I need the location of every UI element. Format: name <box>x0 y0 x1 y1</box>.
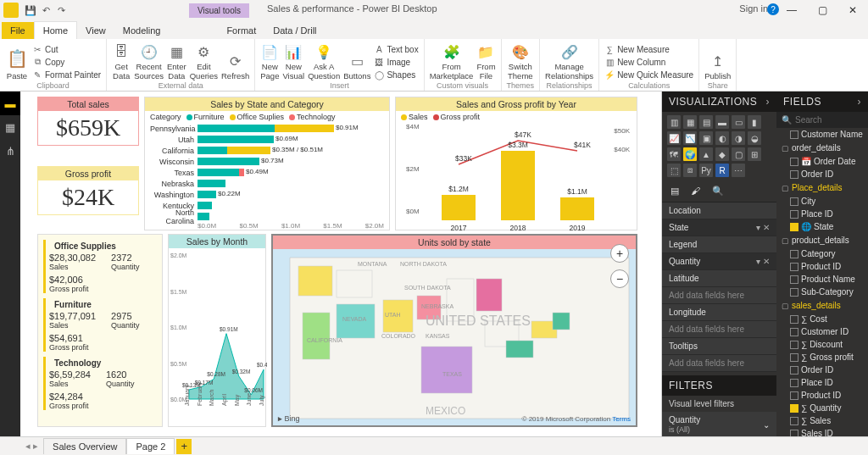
viz-type-icon[interactable]: ▥ <box>667 115 681 129</box>
tab-home[interactable]: Home <box>34 21 77 39</box>
app-logo <box>3 3 19 18</box>
enter-data-button[interactable]: ▦Enter Data <box>167 42 186 80</box>
shapes-button[interactable]: ◯Shapes <box>374 69 418 80</box>
svg-text:$0.28M: $0.28M <box>207 371 225 377</box>
buttons-icon: ▭ <box>348 52 366 70</box>
svg-text:$0.5M: $0.5M <box>170 361 187 367</box>
refresh-button[interactable]: ⟳Refresh <box>221 52 249 80</box>
text-box-button[interactable]: AText box <box>374 43 418 55</box>
fields-tab-icon[interactable]: ▤ <box>670 186 679 197</box>
us-map: UNITED STATES MEXICO MONTANA NORTH DAKOT… <box>273 249 637 427</box>
total-sales-card[interactable]: Total sales $659K <box>37 97 139 146</box>
new-visual-button[interactable]: 📊New Visual <box>282 42 304 80</box>
gross-profit-card[interactable]: Gross profit $24K <box>37 166 139 215</box>
new-quick-button[interactable]: ⚡New Quick Measure <box>604 69 693 80</box>
recent-icon: 🕘 <box>140 42 159 61</box>
longitude-drop[interactable]: Add data fields here <box>662 321 776 337</box>
svg-text:KANSAS: KANSAS <box>426 333 450 339</box>
brush-icon: ✎ <box>32 69 42 80</box>
switch-theme-button[interactable]: 🎨Switch Theme <box>508 42 533 80</box>
category-cards[interactable]: Office Supplies $28,30,082Sales2372Quant… <box>37 234 163 427</box>
collapse-viz-icon[interactable]: › <box>766 96 771 108</box>
report-view-icon[interactable]: ▬ <box>0 92 20 115</box>
table-order-details[interactable]: ▢order_details <box>782 141 868 155</box>
fields-search-input[interactable] <box>795 115 854 125</box>
minimize-icon[interactable]: — <box>776 0 807 20</box>
undo-icon[interactable]: ↶ <box>41 5 51 15</box>
editq-icon: ⚙ <box>194 42 213 61</box>
from-file-button[interactable]: 📁From File <box>476 42 495 80</box>
svg-rect-20 <box>298 266 332 296</box>
analytics-tab-icon[interactable]: 🔍 <box>712 186 724 197</box>
terms-link[interactable]: Terms <box>612 415 631 423</box>
svg-text:NORTH DAKOTA: NORTH DAKOTA <box>400 261 447 267</box>
month-chart[interactable]: Sales by Month $0.0M$0.5M$1.0M$1.5M$2.0M… <box>168 234 266 427</box>
newvisual-icon: 📊 <box>284 42 303 61</box>
svg-rect-32 <box>553 313 570 330</box>
data-view-icon[interactable]: ▦ <box>0 115 20 139</box>
model-view-icon[interactable]: ⋔ <box>0 139 20 163</box>
gross-profit-value: $24K <box>38 180 138 214</box>
zoom-in-icon[interactable]: + <box>610 244 629 263</box>
tab-format[interactable]: Format <box>218 22 264 39</box>
redo-icon[interactable]: ↷ <box>56 5 66 15</box>
latitude-drop[interactable]: Add data fields here <box>662 287 776 303</box>
state-category-chart[interactable]: Sales by State and Category Category Fur… <box>144 97 390 230</box>
image-button[interactable]: 🖼Image <box>374 56 418 68</box>
map-visual[interactable]: Units sold by state UNITED STATES <box>271 234 637 427</box>
save-icon[interactable]: 💾 <box>25 5 36 15</box>
year-chart[interactable]: Sales and Gross profit by Year Sales Gro… <box>395 97 637 230</box>
table-place-details[interactable]: ▢Place_details <box>782 180 868 195</box>
tab-data-drill[interactable]: Data / Drill <box>264 22 325 39</box>
manage-rel-button[interactable]: 🔗Manage Relationships <box>545 42 593 80</box>
bar-row: Nebraska <box>150 178 384 189</box>
bar-row: North Carolina <box>150 211 384 222</box>
month-area: $0.0M$0.5M$1.0M$1.5M$2.0MJanuaryFebruary… <box>169 248 267 426</box>
collapse-fields-icon[interactable]: › <box>858 96 862 108</box>
svg-text:$0.91M: $0.91M <box>220 326 238 332</box>
tab-modeling[interactable]: Modeling <box>114 22 170 39</box>
cut-button[interactable]: ✂Cut <box>32 43 101 55</box>
zoom-out-icon[interactable]: − <box>610 269 629 288</box>
total-sales-title: Total sales <box>38 97 138 111</box>
file-icon: 📁 <box>476 42 495 61</box>
recent-sources-button[interactable]: 🕘Recent Sources <box>134 42 164 80</box>
sheet-sales-overview[interactable]: Sales Overview <box>43 438 126 454</box>
viz-filled-map-icon[interactable]: 🌍 <box>683 147 697 161</box>
sheet-page-2[interactable]: Page 2 <box>126 438 175 454</box>
maximize-icon[interactable]: ▢ <box>807 0 837 20</box>
publish-button[interactable]: ↥Publish <box>704 52 731 80</box>
svg-text:July: July <box>259 395 265 406</box>
quantity-filter[interactable]: Quantityis (All)⌄ <box>662 412 776 436</box>
ask-icon: 💡 <box>314 42 333 61</box>
sheet-tabs: ◂ ▸ Sales Overview Page 2 + <box>0 436 868 455</box>
legend-field[interactable]: Quantity▾ ✕ <box>662 253 776 269</box>
paste-icon[interactable]: 📋 <box>5 47 29 70</box>
tab-file[interactable]: File <box>2 22 34 39</box>
from-marketplace-button[interactable]: 🧩From Marketplace <box>430 42 474 80</box>
tooltips-drop[interactable]: Add data fields here <box>662 355 776 371</box>
total-sales-value: $659K <box>38 111 138 145</box>
report-canvas[interactable]: Total sales $659K Gross profit $24K Sale… <box>20 92 662 436</box>
ask-question-button[interactable]: 💡Ask A Question <box>308 42 340 80</box>
buttons-button[interactable]: ▭Buttons <box>343 52 370 80</box>
copy-button[interactable]: ⧉Copy <box>32 56 101 68</box>
table-product-details[interactable]: ▢product_details <box>782 233 868 247</box>
table-sales-details[interactable]: ▢sales_details <box>782 298 868 313</box>
add-sheet-icon[interactable]: + <box>176 439 192 454</box>
get-data-button[interactable]: 🗄Get Data <box>112 42 131 80</box>
svg-text:$0.32M: $0.32M <box>232 369 251 375</box>
svg-text:SOUTH DAKOTA: SOUTH DAKOTA <box>404 285 451 291</box>
tab-view[interactable]: View <box>77 22 114 39</box>
sign-in-link[interactable]: Sign in <box>739 3 768 14</box>
new-column-button[interactable]: ▥New Column <box>604 56 693 68</box>
svg-text:June: June <box>246 393 252 406</box>
svg-text:March: March <box>209 389 214 406</box>
new-page-button[interactable]: 📄New Page <box>260 42 279 80</box>
format-tab-icon[interactable]: 🖌 <box>691 186 700 197</box>
close-icon[interactable]: ✕ <box>837 0 868 20</box>
location-field[interactable]: State▾ ✕ <box>662 219 776 236</box>
edit-queries-button[interactable]: ⚙Edit Queries <box>190 42 218 80</box>
new-measure-button[interactable]: ∑New Measure <box>604 43 693 55</box>
format-painter-button[interactable]: ✎Format Painter <box>32 69 101 80</box>
